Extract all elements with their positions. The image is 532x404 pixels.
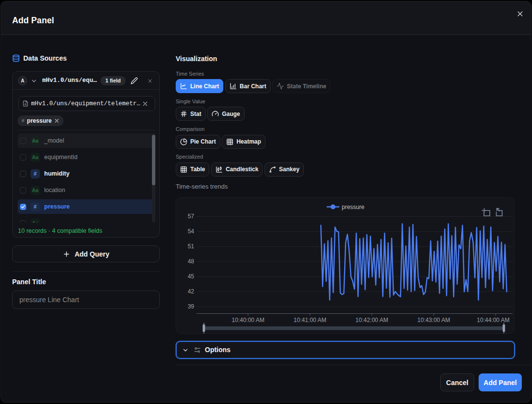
svg-text:45: 45	[188, 273, 195, 280]
svg-text:10:43:00 AM: 10:43:00 AM	[417, 317, 450, 323]
svg-text:39: 39	[188, 303, 195, 310]
svg-text:10:40:00 AM: 10:40:00 AM	[232, 317, 264, 323]
svg-text:pressure: pressure	[342, 204, 365, 210]
svg-text:48: 48	[188, 258, 195, 265]
svg-text:10:42:00 AM: 10:42:00 AM	[355, 317, 388, 323]
svg-text:42: 42	[188, 288, 195, 295]
svg-text:51: 51	[188, 243, 195, 250]
svg-text:54: 54	[188, 228, 195, 235]
svg-text:10:44:00 AM: 10:44:00 AM	[477, 317, 509, 323]
svg-text:57: 57	[188, 213, 195, 220]
svg-text:10:41:00 AM: 10:41:00 AM	[294, 317, 326, 323]
